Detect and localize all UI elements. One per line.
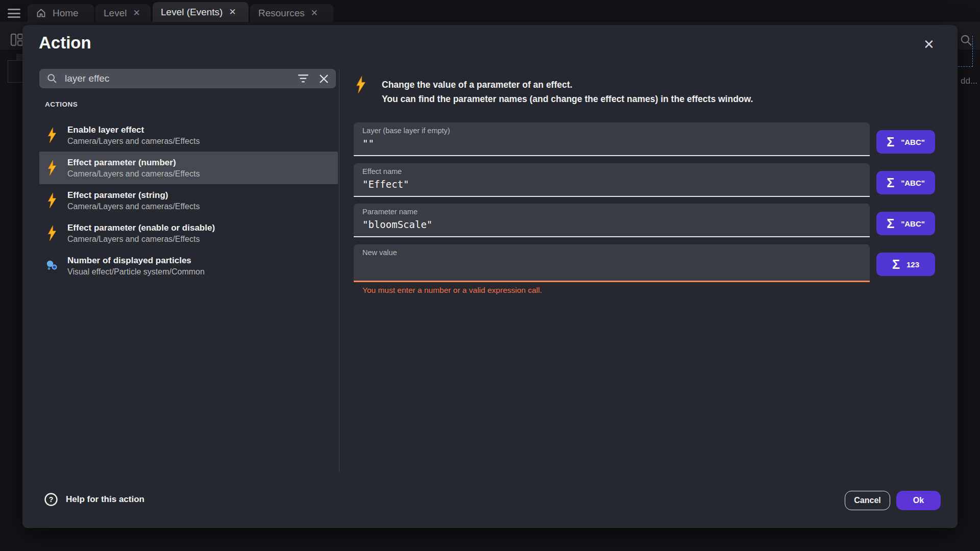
tab-level[interactable]: Level ✕	[95, 4, 151, 22]
parameter-name-field[interactable]: Parameter name "bloomScale"	[354, 204, 870, 237]
app-window: Home Level ✕ Level (Events) ✕ Resources …	[0, 0, 980, 551]
field-label: Layer (base layer if empty)	[362, 127, 861, 135]
tab-bar: Home Level ✕ Level (Events) ✕ Resources …	[0, 0, 980, 22]
validation-error-text: You must enter a number or a valid expre…	[362, 286, 542, 295]
expression-type-label: "ABC"	[901, 179, 925, 187]
field-value: ""	[362, 138, 861, 149]
particles-icon	[46, 260, 58, 272]
close-icon[interactable]: ✕	[133, 8, 140, 18]
expression-builder-button[interactable]: Σ "ABC"	[876, 171, 935, 194]
action-title: Effect parameter (enable or disable)	[67, 222, 215, 233]
list-item[interactable]: Enable layer effect Camera/Layers and ca…	[39, 119, 338, 152]
list-item-selected[interactable]: Effect parameter (number) Camera/Layers …	[39, 152, 338, 184]
action-title: Enable layer effect	[67, 124, 200, 135]
actions-section-label: ACTIONS	[45, 101, 78, 108]
field-label: Effect name	[362, 167, 861, 176]
sigma-icon: Σ	[887, 176, 894, 190]
ok-button[interactable]: Ok	[896, 491, 941, 510]
field-label: Parameter name	[362, 208, 861, 216]
action-description: Change the value of a parameter of an ef…	[382, 78, 882, 106]
clear-search-icon[interactable]	[319, 74, 329, 84]
lightning-icon	[46, 224, 58, 242]
sigma-icon: Σ	[887, 216, 894, 231]
tab-label: Home	[53, 8, 79, 19]
truncated-add-label: dd...	[961, 76, 977, 86]
expression-builder-button[interactable]: Σ 123	[876, 253, 935, 276]
help-icon: ?	[44, 492, 58, 507]
action-dialog: Action ✕ ACTIONS	[22, 25, 958, 528]
panels-icon[interactable]	[10, 33, 23, 47]
home-icon	[36, 8, 46, 18]
action-title: Effect parameter (string)	[67, 190, 200, 201]
tab-label: Resources	[258, 8, 305, 19]
menu-icon[interactable]	[8, 9, 20, 19]
close-icon[interactable]: ✕	[311, 8, 318, 18]
svg-text:?: ?	[49, 495, 54, 504]
action-path: Visual effect/Particle system/Common	[67, 267, 205, 277]
new-value-field[interactable]: New value	[354, 244, 870, 282]
expression-builder-button[interactable]: Σ "ABC"	[876, 130, 935, 154]
search-input[interactable]	[65, 73, 290, 84]
action-title: Number of displayed particles	[67, 255, 205, 266]
field-value: "bloomScale"	[362, 219, 861, 230]
list-item[interactable]: Effect parameter (enable or disable) Cam…	[39, 217, 338, 249]
cancel-button[interactable]: Cancel	[845, 491, 890, 510]
action-path: Camera/Layers and cameras/Effects	[67, 202, 200, 211]
effect-name-field[interactable]: Effect name "Effect"	[354, 163, 870, 197]
lightning-icon	[46, 159, 58, 177]
expression-type-label: "ABC"	[901, 219, 925, 228]
action-path: Camera/Layers and cameras/Effects	[67, 169, 200, 179]
description-line: Change the value of a parameter of an ef…	[382, 78, 882, 92]
search-icon	[46, 73, 58, 84]
dialog-title: Action	[39, 33, 91, 53]
tab-label: Level (Events)	[161, 7, 223, 18]
tab-resources[interactable]: Resources ✕	[250, 4, 333, 22]
lightning-icon	[46, 127, 58, 144]
lightning-icon	[355, 75, 366, 96]
action-search-field[interactable]	[39, 69, 336, 88]
sigma-icon: Σ	[892, 257, 900, 272]
close-icon[interactable]: ✕	[229, 7, 236, 17]
list-item[interactable]: Effect parameter (string) Camera/Layers …	[39, 184, 338, 217]
description-line: You can find the parameter names (and ch…	[382, 92, 882, 106]
help-label: Help for this action	[66, 494, 144, 505]
layer-field[interactable]: Layer (base layer if empty) ""	[354, 122, 870, 156]
expression-builder-button[interactable]: Σ "ABC"	[876, 212, 935, 235]
tab-home[interactable]: Home	[28, 4, 94, 22]
tab-level-events[interactable]: Level (Events) ✕	[153, 2, 249, 22]
expression-type-label: "ABC"	[901, 138, 925, 146]
panel-divider	[339, 69, 339, 472]
filter-icon[interactable]	[298, 74, 309, 83]
lightning-icon	[46, 192, 58, 209]
action-title: Effect parameter (number)	[67, 157, 200, 168]
field-value: "Effect"	[362, 179, 861, 190]
action-path: Camera/Layers and cameras/Effects	[67, 235, 215, 244]
tab-label: Level	[104, 8, 127, 19]
close-icon[interactable]: ✕	[920, 35, 938, 54]
field-label: New value	[362, 248, 861, 257]
list-item[interactable]: Number of displayed particles Visual eff…	[39, 249, 338, 282]
action-path: Camera/Layers and cameras/Effects	[67, 137, 200, 146]
expression-type-label: 123	[906, 260, 919, 269]
sigma-icon: Σ	[887, 135, 894, 149]
help-link[interactable]: ? Help for this action	[44, 492, 144, 507]
